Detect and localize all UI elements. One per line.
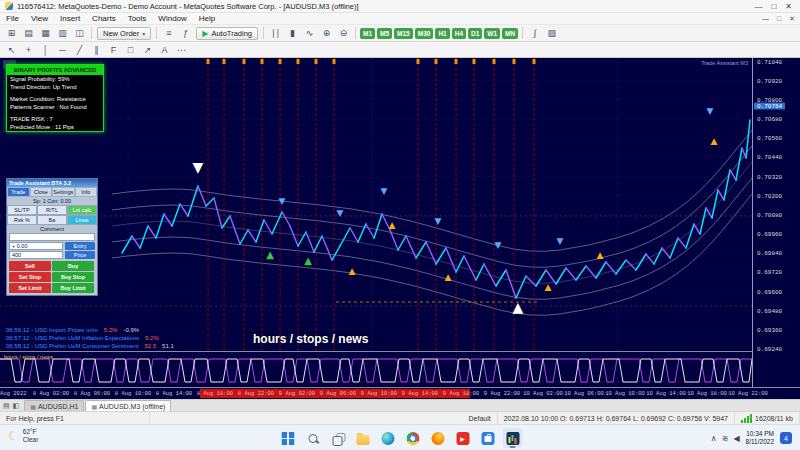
menu-item-tools[interactable]: Tools bbox=[122, 14, 153, 23]
tray-clock[interactable]: 10:34 PM bbox=[746, 430, 774, 437]
metatrader-button[interactable] bbox=[503, 428, 523, 448]
timeframe-mn-button[interactable]: MN bbox=[502, 28, 518, 39]
play-icon: ▶ bbox=[202, 29, 208, 38]
file-explorer-button[interactable] bbox=[353, 428, 373, 448]
menu-item-help[interactable]: Help bbox=[193, 14, 221, 23]
comment-input[interactable] bbox=[9, 233, 95, 241]
indicators-icon[interactable]: ∫ bbox=[527, 27, 542, 40]
buy-stop-button[interactable]: Buy Stop bbox=[52, 272, 94, 282]
more-tools-icon[interactable]: ⋯ bbox=[174, 43, 189, 56]
profiles-icon[interactable]: ▤ bbox=[21, 27, 36, 40]
cursor-icon[interactable]: ↖ bbox=[4, 43, 19, 56]
fibonacci-icon[interactable]: F bbox=[106, 43, 121, 56]
trade-panel-tab-info[interactable]: Info bbox=[75, 187, 98, 197]
maximize-button[interactable]: □ bbox=[771, 2, 776, 11]
oscillator-subwindow[interactable] bbox=[0, 352, 752, 387]
shapes-icon[interactable]: □ bbox=[123, 43, 138, 56]
price-button[interactable]: Price bbox=[65, 251, 95, 259]
trade-panel-title[interactable]: Trade Assistant BTA 3.2 bbox=[7, 179, 97, 187]
market-watch-icon[interactable]: ▦ bbox=[38, 27, 53, 40]
entry-button[interactable]: Entry bbox=[65, 242, 95, 250]
set-limit-button[interactable]: Set Limit bbox=[9, 283, 51, 293]
youtube-button[interactable] bbox=[453, 428, 473, 448]
chart-area[interactable]: ▼▼▲▲▼▲▼▲▼▲▼▲▲▼▲▼▲ ▾ Trade Assistant M3 h… bbox=[0, 58, 800, 399]
timeframe-h4-button[interactable]: H4 bbox=[452, 28, 466, 39]
trade-panel-tab-close[interactable]: Close bbox=[30, 187, 53, 197]
chart-tab-audusd-h1[interactable]: ▦AUDUSD,H1 bbox=[24, 400, 84, 411]
network-icon[interactable]: ≋ bbox=[722, 434, 729, 443]
menu-item-view[interactable]: View bbox=[25, 14, 54, 23]
autotrading-button[interactable]: ▶AutoTrading bbox=[196, 27, 258, 40]
set-stop-button[interactable]: Set Stop bbox=[9, 272, 51, 282]
buy-limit-button[interactable]: Buy Limit bbox=[52, 283, 94, 293]
bar-chart-icon[interactable]: ∣∣ bbox=[268, 27, 283, 40]
timeframe-m5-button[interactable]: M5 bbox=[377, 28, 392, 39]
chart-close-button[interactable]: ✕ bbox=[789, 15, 795, 23]
trade-panel-tab-settings[interactable]: Settings bbox=[52, 187, 75, 197]
data-window-icon[interactable]: ▥ bbox=[55, 27, 70, 40]
tab-list-icon[interactable]: ▤ bbox=[3, 402, 10, 410]
crosshair-icon[interactable]: + bbox=[21, 43, 36, 56]
zoom-in-icon[interactable]: ⊕ bbox=[319, 27, 334, 40]
minimize-button[interactable]: — bbox=[754, 2, 762, 11]
text-tool-icon[interactable]: A bbox=[157, 43, 172, 56]
start-button[interactable] bbox=[278, 428, 298, 448]
menu-item-insert[interactable]: Insert bbox=[54, 14, 86, 23]
expert-advisors-icon[interactable]: ƒ bbox=[178, 27, 193, 40]
sell-button[interactable]: Sell bbox=[9, 261, 51, 271]
close-button[interactable]: ✕ bbox=[785, 2, 792, 11]
time-axis[interactable]: 8 Aug 20228 Aug 02:008 Aug 06:008 Aug 10… bbox=[0, 388, 800, 399]
line-chart-icon[interactable]: ∿ bbox=[302, 27, 317, 40]
trade-panel-tab-trade[interactable]: Trade bbox=[7, 187, 30, 197]
volume-icon[interactable]: ◀ bbox=[733, 434, 739, 443]
mini-button-r-tl[interactable]: R/TL bbox=[37, 205, 67, 215]
templates-icon[interactable]: ▨ bbox=[544, 27, 559, 40]
menu-item-file[interactable]: File bbox=[0, 14, 25, 23]
buy-button[interactable]: Buy bbox=[52, 261, 94, 271]
price-chart[interactable]: ▼▼▲▲▼▲▼▲▼▲▼▲▲▼▲▼▲ bbox=[0, 58, 752, 351]
hidden-icons-chevron-icon[interactable]: ∧ bbox=[711, 434, 717, 443]
tray-date[interactable]: 8/11/2022 bbox=[746, 438, 774, 445]
arrow-tool-icon[interactable]: ↗ bbox=[140, 43, 155, 56]
candlestick-chart-icon[interactable]: ▮ bbox=[285, 27, 300, 40]
chrome-button[interactable] bbox=[403, 428, 423, 448]
mini-button-rsk-[interactable]: Rsk % bbox=[7, 215, 37, 225]
mini-button-sl-tp[interactable]: SL/TP bbox=[7, 205, 37, 215]
new-chart-icon[interactable]: ⊞ bbox=[4, 27, 19, 40]
timeframe-m30-button[interactable]: M30 bbox=[415, 28, 434, 39]
horizontal-line-icon[interactable]: ─ bbox=[55, 43, 70, 56]
timeframe-h1-button[interactable]: H1 bbox=[435, 28, 449, 39]
store-button[interactable] bbox=[478, 428, 498, 448]
new-order-button[interactable]: New Order▾ bbox=[97, 27, 151, 40]
tab-tile-icon[interactable]: ◧ bbox=[13, 402, 20, 410]
status-profile[interactable]: Default bbox=[462, 412, 497, 424]
timeframe-m15-button[interactable]: M15 bbox=[394, 28, 413, 39]
navigator-icon[interactable]: ◫ bbox=[72, 27, 87, 40]
timeframe-d1-button[interactable]: D1 bbox=[468, 28, 482, 39]
zoom-out-icon[interactable]: ⊖ bbox=[336, 27, 351, 40]
timeframe-m1-button[interactable]: M1 bbox=[360, 28, 375, 39]
entry-value-input[interactable]: + 0.00 bbox=[9, 242, 63, 250]
mini-button-lines[interactable]: Lines bbox=[67, 215, 97, 225]
price-axis[interactable]: 0.710400.709200.708000.706800.705600.704… bbox=[753, 58, 800, 387]
price-value-input[interactable]: 400 bbox=[9, 251, 63, 259]
trendline-icon[interactable]: ╱ bbox=[72, 43, 87, 56]
task-view-button[interactable] bbox=[328, 428, 348, 448]
timeframe-w1-button[interactable]: W1 bbox=[484, 28, 500, 39]
mini-button-ba[interactable]: Ba bbox=[37, 215, 67, 225]
firefox-button[interactable] bbox=[428, 428, 448, 448]
search-button[interactable] bbox=[303, 428, 323, 448]
menu-item-charts[interactable]: Charts bbox=[86, 14, 122, 23]
chart-tab-audusd-m3-offline-[interactable]: ▦AUDUSD,M3 (offline) bbox=[85, 400, 171, 411]
weather-widget[interactable]: ☾ 62°F Clear bbox=[8, 428, 38, 444]
menu-item-window[interactable]: Window bbox=[152, 14, 192, 23]
metaeditor-icon[interactable]: ≡ bbox=[161, 27, 176, 40]
subwindow-separator[interactable] bbox=[0, 351, 752, 352]
chart-restore-button[interactable]: □ bbox=[777, 15, 781, 23]
edge-button[interactable] bbox=[378, 428, 398, 448]
mini-button-lot-calc[interactable]: Lot calc bbox=[67, 205, 97, 215]
notification-badge[interactable]: 4 bbox=[780, 432, 792, 444]
channel-icon[interactable]: ∥ bbox=[89, 43, 104, 56]
vertical-line-icon[interactable]: │ bbox=[38, 43, 53, 56]
chart-minimize-button[interactable]: — bbox=[762, 15, 769, 23]
